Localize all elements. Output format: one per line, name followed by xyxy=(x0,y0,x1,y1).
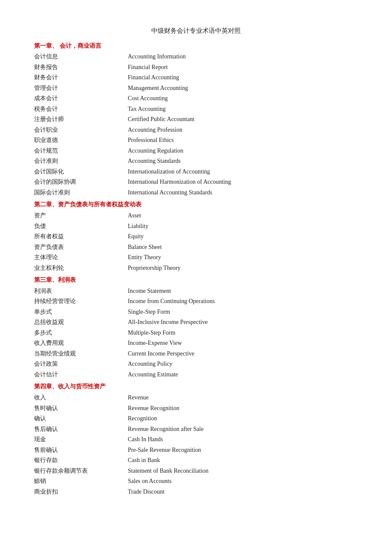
term-en: Revenue xyxy=(128,393,149,403)
term-zh: 资产负债表 xyxy=(34,242,128,253)
term-en: Income from Continuing Operations xyxy=(128,296,215,307)
term-row: 会计国际化Internationalization of Accounting xyxy=(34,167,358,177)
term-row: 会计的国际协调International Harmonization of Ac… xyxy=(34,177,358,188)
term-zh: 资产 xyxy=(34,211,128,221)
term-en: International Harmonization of Accountin… xyxy=(128,177,231,188)
term-en: Single-Step Form xyxy=(128,307,170,318)
term-en: Asset xyxy=(128,211,141,221)
term-zh: 管理会计 xyxy=(34,83,128,94)
term-zh: 所有者权益 xyxy=(34,231,128,242)
term-zh: 利润表 xyxy=(34,286,128,297)
term-en: Cash in Bank xyxy=(128,455,160,466)
term-en: Certified Public Accountant xyxy=(128,114,194,125)
term-row: 多步式Multiple-Step Form xyxy=(34,328,358,338)
term-zh: 赊销 xyxy=(34,476,128,487)
term-zh: 持续经营管理论 xyxy=(34,296,128,307)
term-zh: 确认 xyxy=(34,413,128,424)
term-zh: 售后确认 xyxy=(34,424,128,435)
term-en: Internationalization of Accounting xyxy=(128,167,210,177)
term-en: Management Accounting xyxy=(128,83,188,94)
term-en: Statement of Bank Reconciliation xyxy=(128,466,208,477)
term-en: Equity xyxy=(128,231,144,242)
term-row: 银行存款Cash in Bank xyxy=(34,455,358,466)
term-row: 收入Revenue xyxy=(34,393,358,403)
term-zh: 总括收益观 xyxy=(34,317,128,328)
term-row: 利润表Income Statement xyxy=(34,286,358,297)
term-zh: 银行存款 xyxy=(34,455,128,466)
content-area: 第一章、 会计，商业语言会计信息Accounting Information财务… xyxy=(34,41,358,497)
term-row: 当期经营业绩观Current Income Perspective xyxy=(34,349,358,359)
term-row: 主体理论Entity Theory xyxy=(34,252,358,263)
term-row: 资产负债表Balance Sheet xyxy=(34,242,358,253)
term-zh: 售时确认 xyxy=(34,403,128,414)
term-en: All-Inclusive Income Perspective xyxy=(128,317,208,328)
term-zh: 主体理论 xyxy=(34,252,128,263)
term-en: Liability xyxy=(128,221,148,232)
term-row: 售前确认Pre-Sale Revenue Recognition xyxy=(34,445,358,456)
term-en: Entity Theory xyxy=(128,252,161,263)
term-en: Accounting Policy xyxy=(128,359,173,370)
term-row: 售后确认Revenue Recognition after Sale xyxy=(34,424,358,435)
term-zh: 会计职业 xyxy=(34,125,128,136)
term-row: 负债Liability xyxy=(34,221,358,232)
term-en: Professional Ethics xyxy=(128,135,174,146)
term-zh: 业主权利轮 xyxy=(34,263,128,274)
term-zh: 会计政策 xyxy=(34,359,128,370)
term-zh: 成本会计 xyxy=(34,93,128,104)
chapter-heading-3: 第三章、利润表 xyxy=(34,275,358,285)
term-zh: 财务会计 xyxy=(34,72,128,83)
term-row: 会计估计Accounting Estimate xyxy=(34,370,358,380)
term-en: International Accounting Standards xyxy=(128,188,212,198)
term-zh: 会计的国际协调 xyxy=(34,177,128,188)
term-en: Cost Accounting xyxy=(128,93,168,104)
term-en: Financial Report xyxy=(128,62,168,73)
term-row: 成本会计Cost Accounting xyxy=(34,93,358,104)
term-zh: 收入费用观 xyxy=(34,338,128,349)
term-zh: 税务会计 xyxy=(34,104,128,115)
page-title: 中级财务会计专业术语中英对照 xyxy=(34,26,358,37)
chapter-heading-4: 第四章、收入与货币性资产 xyxy=(34,382,358,392)
term-zh: 商业折扣 xyxy=(34,487,128,497)
term-row: 会计规范Accounting Regulation xyxy=(34,146,358,156)
term-en: Accounting Regulation xyxy=(128,146,183,156)
term-en: Sales on Accounts xyxy=(128,476,172,487)
term-zh: 职业道德 xyxy=(34,135,128,146)
term-en: Balance Sheet xyxy=(128,242,162,253)
term-row: 确认Recognition xyxy=(34,413,358,424)
term-en: Financial Accounting xyxy=(128,72,179,83)
term-row: 职业道德Professional Ethics xyxy=(34,135,358,146)
term-en: Income Statement xyxy=(128,286,171,297)
term-en: Recognition xyxy=(128,413,157,424)
term-row: 资产Asset xyxy=(34,211,358,221)
term-row: 商业折扣Trade Discount xyxy=(34,487,358,497)
term-en: Pre-Sale Revenue Recognition xyxy=(128,445,201,456)
term-en: Current Income Perspective xyxy=(128,349,194,359)
term-en: Revenue Recognition xyxy=(128,403,179,414)
term-zh: 会计估计 xyxy=(34,370,128,380)
term-en: Cash In Hands xyxy=(128,434,163,445)
term-row: 赊销Sales on Accounts xyxy=(34,476,358,487)
term-row: 会计信息Accounting Information xyxy=(34,52,358,62)
term-en: Revenue Recognition after Sale xyxy=(128,424,204,435)
term-zh: 现金 xyxy=(34,434,128,445)
term-en: Accounting Profession xyxy=(128,125,182,136)
term-zh: 国际会计准则 xyxy=(34,188,128,198)
term-row: 所有者权益Equity xyxy=(34,231,358,242)
term-zh: 会计准则 xyxy=(34,156,128,167)
term-zh: 负债 xyxy=(34,221,128,232)
term-zh: 会计国际化 xyxy=(34,167,128,177)
term-row: 国际会计准则International Accounting Standards xyxy=(34,188,358,198)
term-row: 财务报告Financial Report xyxy=(34,62,358,73)
term-row: 银行存款余额调节表Statement of Bank Reconciliatio… xyxy=(34,466,358,477)
chapter-heading-1: 第一章、 会计，商业语言 xyxy=(34,41,358,51)
term-row: 业主权利轮Proprietorship Theory xyxy=(34,263,358,274)
term-zh: 会计信息 xyxy=(34,52,128,62)
term-row: 注册会计师Certified Public Accountant xyxy=(34,114,358,125)
term-zh: 银行存款余额调节表 xyxy=(34,466,128,477)
term-row: 会计政策Accounting Policy xyxy=(34,359,358,370)
term-zh: 当期经营业绩观 xyxy=(34,349,128,359)
term-en: Accounting Information xyxy=(128,52,186,62)
term-zh: 多步式 xyxy=(34,328,128,338)
term-zh: 注册会计师 xyxy=(34,114,128,125)
term-row: 单步式Single-Step Form xyxy=(34,307,358,318)
